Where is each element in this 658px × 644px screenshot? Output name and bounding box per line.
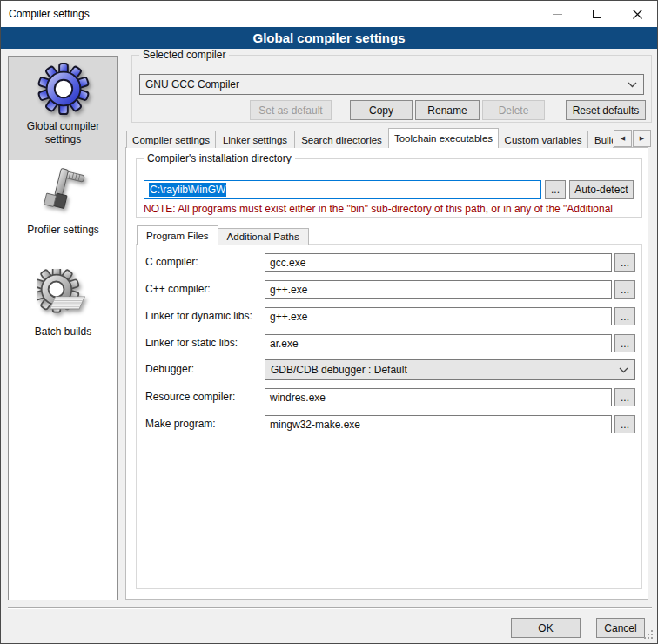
- installation-directory-group: Compiler's installation directory C:\ray…: [136, 158, 642, 218]
- installation-directory-input[interactable]: C:\raylib\MinGW: [144, 180, 541, 199]
- programs-subtabstrip: Program Files Additional Paths: [137, 225, 308, 245]
- compiler-select-value: GNU GCC Compiler: [145, 78, 628, 91]
- c-compiler-input[interactable]: gcc.exe: [265, 253, 612, 272]
- set-as-default-button[interactable]: Set as default: [250, 100, 332, 120]
- selected-compiler-group: Selected compiler GNU GCC Compiler Set a…: [131, 55, 652, 123]
- cancel-button[interactable]: Cancel: [596, 618, 645, 638]
- tab-scroll-right-button[interactable]: ▶: [633, 130, 651, 147]
- sidebar-item-global-compiler-settings[interactable]: Global compiler settings: [9, 57, 118, 160]
- sidebar-item-profiler-settings[interactable]: Profiler settings: [9, 160, 118, 258]
- tab-toolchain-executables[interactable]: Toolchain executables: [388, 128, 499, 148]
- tab-search-directories[interactable]: Search directories: [294, 131, 389, 148]
- field-label-linker-dynamic: Linker for dynamic libs:: [145, 307, 264, 325]
- tab-compiler-settings[interactable]: Compiler settings: [126, 131, 216, 148]
- tab-scroll-right-icon: ▶: [640, 135, 644, 142]
- minimize-icon: [553, 14, 562, 15]
- tab-scroll-left-button[interactable]: ◀: [614, 130, 632, 147]
- settings-tabstrip: Compiler settings Linker settings Search…: [126, 128, 613, 148]
- group-label: Compiler's installation directory: [144, 152, 295, 165]
- close-button[interactable]: [617, 1, 657, 27]
- browse-c-compiler-button[interactable]: ...: [614, 253, 635, 272]
- browse-cpp-compiler-button[interactable]: ...: [614, 280, 635, 299]
- ok-button[interactable]: OK: [511, 618, 581, 638]
- chevron-down-icon: [619, 367, 628, 373]
- batch-builds-gear-icon: [37, 269, 90, 321]
- maximize-icon: [593, 10, 601, 18]
- tab-build-options[interactable]: Build options: [588, 131, 613, 148]
- window-title: Compiler settings: [9, 1, 90, 27]
- debugger-select[interactable]: GDB/CDB debugger : Default: [265, 359, 635, 380]
- tab-linker-settings[interactable]: Linker settings: [215, 131, 295, 148]
- tab-scroll-left-icon: ◀: [621, 135, 625, 142]
- auto-detect-button[interactable]: Auto-detect: [569, 180, 634, 199]
- blue-gear-icon: [37, 62, 91, 116]
- resize-grip[interactable]: [644, 630, 654, 640]
- field-label-linker-static: Linker for static libs:: [145, 334, 264, 352]
- toolchain-executables-page: Compiler's installation directory C:\ray…: [125, 147, 648, 600]
- cpp-compiler-input[interactable]: g++.exe: [265, 280, 612, 299]
- caliper-icon: [37, 167, 90, 219]
- footer-divider: [8, 607, 652, 609]
- linker-dynamic-input[interactable]: g++.exe: [265, 307, 612, 325]
- dialog-header: Global compiler settings: [1, 27, 657, 49]
- settings-category-list: Global compiler settings Profiler settin…: [8, 56, 118, 600]
- browse-linker-static-button[interactable]: ...: [614, 334, 635, 352]
- title-bar[interactable]: Compiler settings: [1, 1, 657, 27]
- bin-subdirectory-note: NOTE: All programs must exist either in …: [144, 203, 641, 215]
- copy-button[interactable]: Copy: [350, 100, 413, 120]
- rename-button[interactable]: Rename: [415, 100, 480, 120]
- browse-make-program-button[interactable]: ...: [614, 415, 635, 433]
- reset-defaults-button[interactable]: Reset defaults: [566, 100, 646, 120]
- field-label-resource-compiler: Resource compiler:: [145, 388, 264, 406]
- compiler-select[interactable]: GNU GCC Compiler: [139, 74, 644, 95]
- linker-static-input[interactable]: ar.exe: [265, 334, 612, 352]
- debugger-select-value: GDB/CDB debugger : Default: [271, 364, 619, 376]
- make-program-input[interactable]: mingw32-make.exe: [265, 415, 612, 433]
- field-label-debugger: Debugger:: [145, 360, 264, 379]
- selected-text: C:\raylib\MinGW: [149, 183, 226, 197]
- field-label-cpp-compiler: C++ compiler:: [145, 280, 264, 299]
- sidebar-item-label: Global compiler settings: [9, 120, 118, 146]
- group-label: Selected compiler: [139, 49, 229, 62]
- resource-compiler-input[interactable]: windres.exe: [265, 388, 612, 406]
- subtab-program-files[interactable]: Program Files: [137, 225, 218, 245]
- close-icon: [633, 10, 642, 19]
- subtab-additional-paths[interactable]: Additional Paths: [218, 228, 309, 245]
- delete-button[interactable]: Delete: [482, 100, 545, 120]
- sidebar-item-label: Batch builds: [9, 325, 118, 339]
- sidebar-item-batch-builds[interactable]: Batch builds: [9, 258, 118, 365]
- browse-linker-dynamic-button[interactable]: ...: [614, 307, 635, 325]
- field-label-make-program: Make program:: [145, 415, 264, 433]
- compiler-settings-dialog: Compiler settings Global compiler settin…: [0, 0, 658, 644]
- browse-resource-compiler-button[interactable]: ...: [614, 388, 635, 406]
- chevron-down-icon: [628, 82, 637, 88]
- field-label-c-compiler: C compiler:: [145, 253, 264, 272]
- minimize-button[interactable]: [537, 1, 577, 27]
- tab-custom-variables[interactable]: Custom variables: [498, 131, 588, 148]
- browse-directory-button[interactable]: ...: [545, 180, 566, 199]
- sidebar-item-label: Profiler settings: [9, 224, 118, 237]
- maximize-button[interactable]: [577, 1, 617, 27]
- program-files-page: C compiler: gcc.exe ... C++ compiler: g+…: [136, 244, 642, 589]
